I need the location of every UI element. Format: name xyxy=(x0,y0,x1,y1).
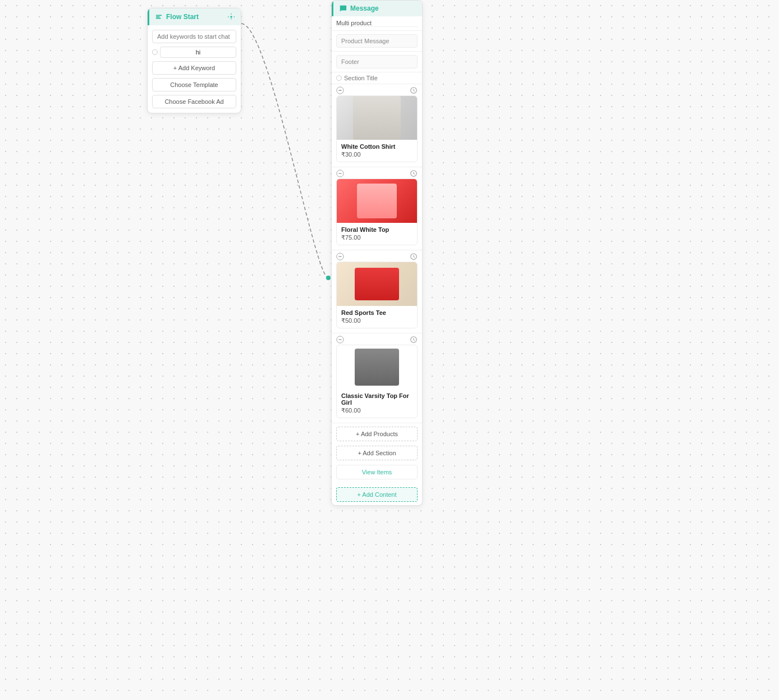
flow-start-header: Flow Start xyxy=(148,8,241,25)
product-name-1: White Cotton Shirt xyxy=(341,143,413,150)
keyword-item: hi xyxy=(152,47,236,58)
footer-label: Footer xyxy=(336,55,418,68)
keyword-input[interactable] xyxy=(152,30,236,43)
remove-icon-1[interactable] xyxy=(336,86,344,94)
product-image-varsity xyxy=(337,345,417,389)
footer-section: Footer xyxy=(332,52,422,72)
product-price-2: ₹75.00 xyxy=(341,234,413,241)
product-image-floral xyxy=(337,179,417,223)
product-card-actions-4 xyxy=(336,333,418,345)
panel-title: Message xyxy=(350,4,379,12)
product-card-wrapper-4: Classic Varsity Top For Girl ₹60.00 xyxy=(332,333,422,423)
view-items-button[interactable]: View Items xyxy=(336,465,418,479)
product-price-3: ₹50.00 xyxy=(341,317,413,324)
svg-rect-2 xyxy=(156,16,160,17)
flow-start-icon xyxy=(155,13,163,21)
product-card-wrapper-2: Floral White Top ₹75.00 xyxy=(332,167,422,250)
history-icon-2[interactable] xyxy=(410,170,418,177)
flow-start-node: Flow Start hi + Add Keyword Choose Templ… xyxy=(147,8,241,113)
product-info-4: Classic Varsity Top For Girl ₹60.00 xyxy=(337,389,417,418)
product-info-1: White Cotton Shirt ₹30.00 xyxy=(337,140,417,162)
section-title-row xyxy=(332,72,422,84)
add-section-button[interactable]: + Add Section xyxy=(336,446,418,460)
history-icon-4[interactable] xyxy=(410,336,418,344)
product-message-label: Product Message xyxy=(336,34,418,48)
product-card-actions-2 xyxy=(336,167,418,179)
product-info-2: Floral White Top ₹75.00 xyxy=(337,223,417,245)
product-card-4: Classic Varsity Top For Girl ₹60.00 xyxy=(336,345,418,418)
multi-product-label: Multi product xyxy=(336,20,418,27)
product-card-3: Red Sports Tee ₹50.00 xyxy=(336,262,418,328)
choose-template-button[interactable]: Choose Template xyxy=(152,78,236,91)
product-card-wrapper-3: Red Sports Tee ₹50.00 xyxy=(332,250,422,333)
product-info-3: Red Sports Tee ₹50.00 xyxy=(337,306,417,328)
product-image-cotton xyxy=(337,96,417,140)
history-icon-3[interactable] xyxy=(410,253,418,260)
product-name-4: Classic Varsity Top For Girl xyxy=(341,392,413,406)
product-card-wrapper-1: White Cotton Shirt ₹30.00 xyxy=(332,84,422,167)
product-card-actions-3 xyxy=(336,250,418,262)
svg-rect-1 xyxy=(156,15,162,16)
section-title-dot xyxy=(336,75,342,81)
svg-point-0 xyxy=(326,276,331,280)
product-name-2: Floral White Top xyxy=(341,226,413,233)
keyword-tag: hi xyxy=(160,47,236,58)
product-card-2: Floral White Top ₹75.00 xyxy=(336,179,418,245)
svg-point-4 xyxy=(230,16,232,18)
product-card-actions-1 xyxy=(336,84,418,95)
multi-product-section: Multi product xyxy=(332,16,422,31)
product-panel-header: Message xyxy=(332,1,422,16)
history-icon-1[interactable] xyxy=(410,86,418,94)
svg-rect-3 xyxy=(156,18,161,19)
canvas: Flow Start hi + Add Keyword Choose Templ… xyxy=(0,0,779,700)
flow-start-title: Flow Start xyxy=(166,13,199,21)
add-content-button[interactable]: + Add Content xyxy=(336,487,418,502)
message-icon xyxy=(339,4,347,12)
remove-icon-3[interactable] xyxy=(336,253,344,260)
product-panel: Message Multi product Product Message Fo… xyxy=(331,0,423,506)
product-price-1: ₹30.00 xyxy=(341,151,413,158)
section-title-input[interactable] xyxy=(344,75,421,81)
flow-start-header-left: Flow Start xyxy=(155,13,199,21)
keyword-dot xyxy=(152,49,158,55)
remove-icon-2[interactable] xyxy=(336,170,344,177)
choose-fb-button[interactable]: Choose Facebook Ad xyxy=(152,95,236,108)
product-price-4: ₹60.00 xyxy=(341,407,413,414)
remove-icon-4[interactable] xyxy=(336,336,344,344)
product-image-red xyxy=(337,262,417,306)
settings-icon[interactable] xyxy=(227,13,235,21)
product-card-1: White Cotton Shirt ₹30.00 xyxy=(336,95,418,162)
product-name-3: Red Sports Tee xyxy=(341,309,413,316)
add-keyword-button[interactable]: + Add Keyword xyxy=(152,61,236,75)
flow-start-body: hi + Add Keyword Choose Template Choose … xyxy=(148,25,241,113)
add-products-button[interactable]: + Add Products xyxy=(336,427,418,441)
product-message-section: Product Message xyxy=(332,31,422,52)
